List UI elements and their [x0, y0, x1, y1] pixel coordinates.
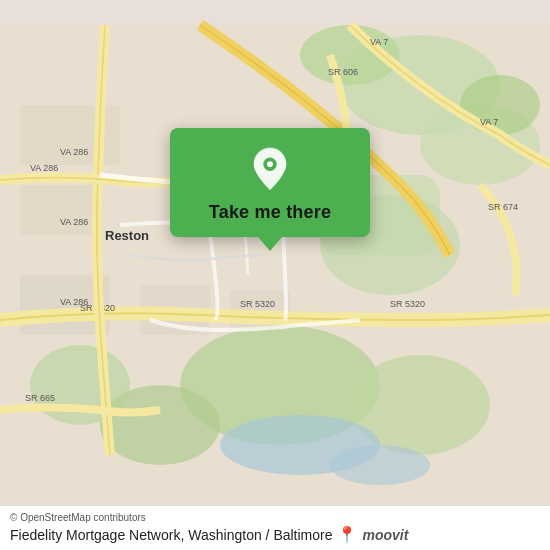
svg-text:SR 606: SR 606 [328, 67, 358, 77]
business-location: Washington / Baltimore [188, 527, 332, 543]
svg-point-12 [330, 445, 430, 485]
svg-point-4 [460, 75, 540, 135]
svg-text:SR 5320: SR 5320 [240, 299, 275, 309]
moovit-logo-text: moovit [363, 527, 409, 543]
svg-text:Reston: Reston [105, 228, 149, 243]
svg-text:VA 7: VA 7 [480, 117, 498, 127]
svg-rect-14 [20, 185, 100, 235]
navigation-popup[interactable]: Take me there [170, 128, 370, 237]
business-name: Fiedelity Mortgage Network, [10, 527, 184, 543]
copyright-text: © OpenStreetMap contributors [10, 512, 540, 523]
moovit-pin-icon: 📍 [337, 525, 357, 544]
map-background: SR 5320 SR 5320 SR 5320 VA 286 VA 286 VA… [0, 0, 550, 550]
take-me-there-button[interactable]: Take me there [209, 202, 331, 223]
svg-text:VA 7: VA 7 [370, 37, 388, 47]
bottom-bar: © OpenStreetMap contributors Fiedelity M… [0, 505, 550, 550]
business-info: Fiedelity Mortgage Network, Washington /… [10, 525, 540, 544]
svg-text:VA 286: VA 286 [30, 163, 58, 173]
svg-text:VA 286: VA 286 [60, 217, 88, 227]
svg-text:SR 5320: SR 5320 [390, 299, 425, 309]
map-container: SR 5320 SR 5320 SR 5320 VA 286 VA 286 VA… [0, 0, 550, 550]
location-pin-icon [247, 146, 293, 192]
svg-text:VA 286: VA 286 [60, 147, 88, 157]
svg-text:SR 674: SR 674 [488, 202, 518, 212]
svg-text:SR 665: SR 665 [25, 393, 55, 403]
svg-text:VA 286: VA 286 [60, 297, 88, 307]
svg-point-33 [267, 161, 273, 167]
